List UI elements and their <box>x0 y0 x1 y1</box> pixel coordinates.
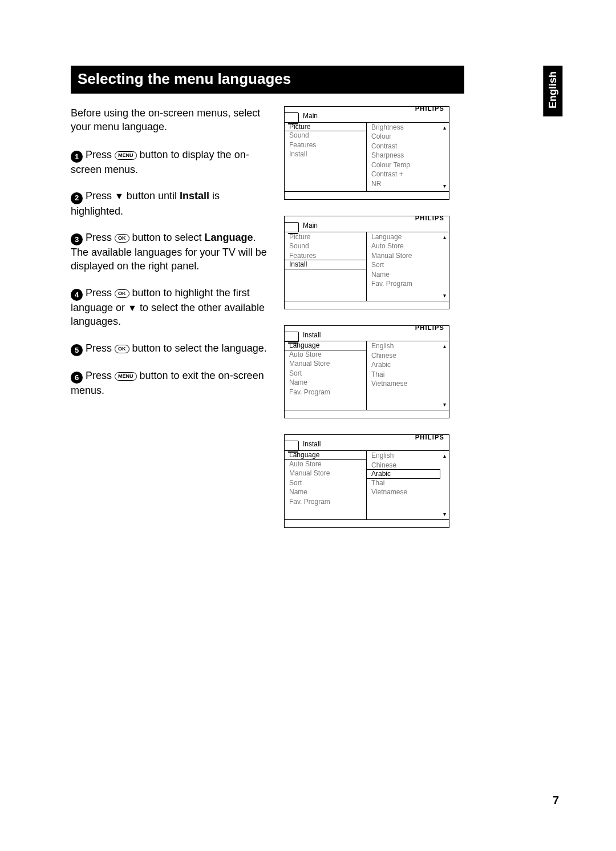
menu-item: Language <box>367 232 440 242</box>
menu-item: Fav. Program <box>285 497 366 507</box>
intro-text: Before using the on-screen menus, select… <box>71 106 270 134</box>
menu-left-col: PictureSoundFeaturesInstall <box>285 232 367 301</box>
step-1: 1 Press MENU button to display the on-sc… <box>71 148 270 177</box>
menu-item: Contrast <box>367 142 440 151</box>
menu-item <box>367 506 440 516</box>
tv-icon <box>284 222 299 232</box>
menu-right-col: BrightnessColourContrastSharpnessColour … <box>367 123 449 191</box>
menu-item: Auto Store <box>285 459 366 469</box>
menu-right-col: EnglishChineseArabicThaiVietnamese▴▾ <box>367 341 449 410</box>
menu-item: Manual Store <box>367 251 440 261</box>
menu-body: LanguageAuto StoreManual StoreSortNameFa… <box>285 341 449 410</box>
step-num-2: 2 <box>71 192 83 204</box>
menu-body: LanguageAuto StoreManual StoreSortNameFa… <box>285 451 449 519</box>
content-columns: Before using the on-screen menus, select… <box>71 106 559 528</box>
step-num-6: 6 <box>71 372 83 384</box>
down-arrow-icon: ▾ <box>443 401 446 409</box>
menu-item: Auto Store <box>285 350 366 360</box>
down-arrow-icon: ▼ <box>115 191 124 201</box>
menu-brand: PHILIPS <box>285 435 449 438</box>
menu-box-2: PHILIPSInstallLanguageAuto StoreManual S… <box>284 325 449 419</box>
menu-item: Name <box>285 487 366 497</box>
menu-brand: PHILIPS <box>285 326 449 329</box>
step-6: 6 Press MENU button to exit the on-scree… <box>71 369 270 398</box>
page-number: 7 <box>553 793 559 808</box>
menu-item <box>367 398 440 408</box>
step-num-4: 4 <box>71 289 83 301</box>
menu-item: Picture <box>284 122 367 132</box>
menu-item: Language <box>284 341 367 350</box>
menu-box-1: PHILIPSMainPictureSoundFeaturesInstallLa… <box>284 216 449 309</box>
menu-item: Auto Store <box>367 241 440 251</box>
menu-item <box>285 159 366 169</box>
menu-item: Manual Store <box>285 359 366 369</box>
menu-item: Vietnamese <box>367 379 440 389</box>
menu-item: English <box>367 341 440 351</box>
menu-item: Fav. Program <box>367 279 440 289</box>
menu-item: Features <box>285 251 366 261</box>
menu-item: Colour <box>367 132 440 142</box>
menu-item: English <box>367 451 440 461</box>
menu-footer <box>285 301 449 309</box>
menu-brand: PHILIPS <box>285 107 449 110</box>
menu-item <box>285 397 366 406</box>
down-arrow-icon: ▾ <box>443 292 446 300</box>
menu-item <box>285 168 366 178</box>
menu-right-col: EnglishChineseArabicThaiVietnamese▴▾ <box>367 451 449 519</box>
menu-item <box>285 178 366 188</box>
scroll-arrows: ▴▾ <box>440 123 449 191</box>
step-num-1: 1 <box>71 151 83 163</box>
page-title: Selecting the menu languages <box>71 66 464 94</box>
language-tab: English <box>543 66 562 116</box>
menu-item <box>285 269 366 279</box>
menu-item: Chinese <box>367 351 440 361</box>
menu-item: Fav. Program <box>285 388 366 397</box>
tv-icon <box>284 332 299 342</box>
menu-item <box>285 506 366 516</box>
menu-item: Arabic <box>366 469 440 479</box>
menu-item: Chinese <box>367 461 440 470</box>
menu-item: Thai <box>367 370 440 380</box>
menu-footer <box>285 519 449 527</box>
menu-item: Contrast + <box>367 170 440 179</box>
scroll-arrows: ▴▾ <box>440 341 449 410</box>
menu-item: Language <box>284 450 367 460</box>
menu-item <box>367 497 440 507</box>
menu-item: Sound <box>285 241 366 251</box>
menu-box-0: PHILIPSMainPictureSoundFeaturesInstallBr… <box>284 106 449 200</box>
scroll-arrows: ▴▾ <box>440 451 449 519</box>
menu-body: PictureSoundFeaturesInstallLanguageAuto … <box>285 232 449 301</box>
menu-item: Sort <box>367 260 440 270</box>
up-arrow-icon: ▴ <box>443 342 446 350</box>
menu-left-col: PictureSoundFeaturesInstall <box>285 123 367 191</box>
menu-item <box>367 289 440 299</box>
ok-button-icon: OK <box>115 234 129 243</box>
menu-item <box>285 288 366 297</box>
tv-icon <box>284 441 299 451</box>
down-arrow-icon: ▾ <box>443 182 446 190</box>
menu-box-3: PHILIPSInstallLanguageAuto StoreManual S… <box>284 434 449 528</box>
menu-item: Manual Store <box>285 469 366 478</box>
down-arrow-icon: ▼ <box>128 303 137 313</box>
menu-left-col: LanguageAuto StoreManual StoreSortNameFa… <box>285 451 367 519</box>
menu-item: Install <box>284 260 367 269</box>
menu-item: Picture <box>285 232 366 242</box>
step-num-3: 3 <box>71 233 83 245</box>
menu-item: Colour Temp <box>367 160 440 170</box>
menu-footer <box>285 410 449 418</box>
menu-left-col: LanguageAuto StoreManual StoreSortNameFa… <box>285 341 367 410</box>
menu-item: NR <box>367 179 440 189</box>
instructions-column: Before using the on-screen menus, select… <box>71 106 270 528</box>
tv-icon <box>284 112 299 123</box>
menu-button-icon: MENU <box>115 151 137 160</box>
step-4: 4 Press OK button to highlight the first… <box>71 286 270 329</box>
menu-footer <box>285 191 449 199</box>
menu-item: Sort <box>285 369 366 378</box>
step-num-5: 5 <box>71 344 83 356</box>
page: Selecting the menu languages English Bef… <box>0 0 616 851</box>
up-arrow-icon: ▴ <box>443 233 446 241</box>
step-2: 2 Press ▼ button until Install is highli… <box>71 189 270 218</box>
step-3: 3 Press OK button to select Language. Th… <box>71 231 270 273</box>
menu-item: Sound <box>285 131 366 140</box>
menu-item: Name <box>367 270 440 280</box>
